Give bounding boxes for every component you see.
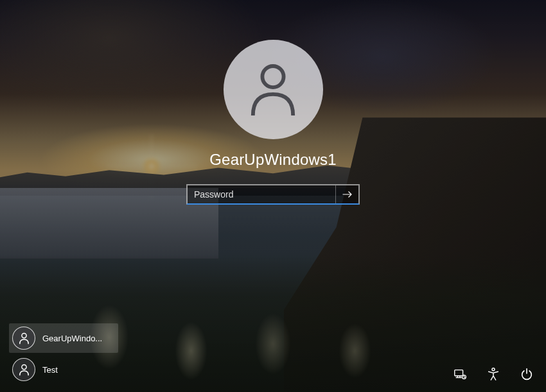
arrow-right-icon	[342, 190, 353, 199]
network-button[interactable]	[451, 365, 469, 383]
person-icon	[248, 62, 298, 118]
power-icon	[520, 367, 534, 381]
user-avatar	[224, 40, 323, 139]
login-panel: GearUpWindows1	[186, 40, 360, 205]
user-avatar-small	[12, 327, 35, 350]
submit-button[interactable]	[335, 185, 358, 203]
user-item-label: Test	[42, 365, 58, 375]
accessibility-button[interactable]	[484, 365, 502, 383]
svg-point-5	[492, 368, 495, 371]
user-item-gearupwindows[interactable]: GearUpWindo...	[9, 323, 118, 353]
user-avatar-small	[12, 358, 35, 381]
password-field-container	[186, 184, 360, 205]
username-label: GearUpWindows1	[209, 151, 337, 169]
user-item-label: GearUpWindo...	[42, 334, 102, 343]
svg-point-2	[21, 364, 26, 369]
power-button[interactable]	[518, 365, 536, 383]
accessibility-icon	[486, 367, 500, 381]
password-input[interactable]	[188, 185, 335, 203]
person-icon	[19, 332, 30, 345]
svg-point-0	[262, 65, 283, 87]
person-icon	[19, 364, 30, 376]
system-icons	[451, 365, 536, 383]
user-item-test[interactable]: Test	[9, 355, 118, 384]
svg-rect-3	[455, 370, 463, 376]
network-icon	[453, 367, 467, 381]
svg-point-1	[21, 333, 26, 337]
user-switcher: GearUpWindo... Test	[9, 323, 118, 384]
